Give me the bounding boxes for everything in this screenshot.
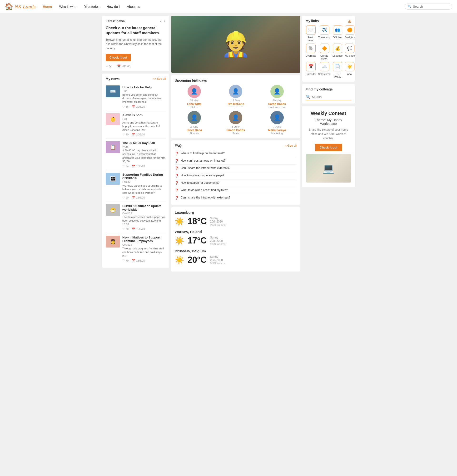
birthday-name[interactable]: Maria Sarayo [258,128,296,132]
add-link-button[interactable]: ⊕ [348,19,351,24]
nav-how-do-i[interactable]: How do I [107,5,120,8]
link-icon: 💬 [345,43,355,53]
link-label: Resto menu [306,36,316,42]
link-item[interactable]: ✈️ Travel app [318,25,331,42]
link-item[interactable]: 🟠 Analytics [344,25,355,42]
list-item[interactable]: ❓ Can I share the intranet with external… [175,165,296,172]
nav-search-bar[interactable]: 🔍 [405,4,452,9]
contest-check-button[interactable]: Check it out [315,144,342,151]
birthday-name[interactable]: Tim McCane [216,102,255,106]
faq-icon: ❓ [175,166,179,170]
birthday-name[interactable]: Steve Dana [175,128,214,132]
news-item-date: 📅 18/6/20 [132,165,145,168]
weather-condition: Sunny [210,255,226,258]
faq-see-all[interactable]: >>See all [284,144,296,147]
birthdays-grid: 👤 15 May Lana Witte Sales 👤 17 May Tim M… [175,85,296,135]
birthday-date: 7 June [258,125,296,128]
nav-about-us[interactable]: About us [127,5,140,8]
nav-home[interactable]: Home [43,5,52,8]
link-label: Aha! [347,73,353,76]
faq-icon: ❓ [175,159,179,163]
news-item-likes: ♡ 24 [122,165,128,168]
birthday-avatar: 👤 [271,111,284,124]
search-input[interactable] [413,5,451,8]
link-item[interactable]: 📅 Calendar [306,62,316,78]
find-colleague-title: Find my colleage [306,87,351,91]
weather-temp: 18°C [187,216,207,226]
birthday-avatar: 👤 [271,85,284,98]
heart-icon: ♡ [122,228,125,231]
link-item[interactable]: 💰 Expense [332,43,343,60]
featured-likes: ♡ 56 [106,65,112,68]
link-item[interactable]: 🔶 Create ticket [318,43,331,60]
nav-directories[interactable]: Directories [84,5,100,8]
link-label: Travel app [318,36,331,39]
news-next-button[interactable]: › [163,19,166,23]
link-item[interactable]: ☁️ Salesforce [318,62,331,78]
news-item-title[interactable]: New Initiatives to Support Frontline Emp… [122,236,166,243]
news-item-category: Work [122,145,166,148]
weather-date: 20/6/2020 [210,239,226,243]
colleague-search-bar[interactable]: 🔍 [306,94,351,100]
weather-city: Warsaw, Poland [175,230,296,234]
colleague-search-input[interactable] [312,95,351,99]
weather-details: Sunny 20/6/2020 MSN Weather [210,255,226,265]
news-item-title[interactable]: The 30-60-90 Day Plan [122,141,166,145]
link-item[interactable]: 🍽️ Resto menu [306,25,316,42]
list-item: 👩 New Initiatives to Support Frontline E… [106,233,166,264]
link-item[interactable]: 💬 My page [344,43,355,60]
birthday-date: 2 June [175,125,214,128]
birthday-dept: Finance [175,132,214,135]
link-item[interactable]: 👥 Officient [332,25,343,42]
list-item: ⌨️ How to Ask for Help Tips Before you g… [106,83,166,111]
check-it-out-button[interactable]: Check it out [106,54,131,61]
birthday-name[interactable]: Sarah Hobbs [258,102,296,106]
link-item[interactable]: 📄 HR Policy [332,62,343,78]
news-item-title[interactable]: Supporting Families During COVID-19 [122,173,166,180]
news-item-content: COVID-19 situation update worldwide Covi… [122,204,166,231]
heart-icon: ♡ [122,165,125,168]
my-news-title: My news [106,77,119,81]
weather-location: Brussels, Belgium ☀️ 20°C Sunny 20/6/202… [175,249,296,265]
news-item-title[interactable]: How to Ask for Help [122,85,166,89]
weather-location: Luxemburg ☀️ 18°C Sunny 20/6/2020 MSN We… [175,210,296,226]
news-item-title[interactable]: Alexis is born [122,113,166,117]
news-item-category: Covid19 [122,243,166,246]
list-item[interactable]: ❓ How can i post a news on Intranet? [175,157,296,165]
faq-question: Can I share the intranet with externals? [181,196,230,199]
link-item[interactable]: 🐘 Evernote [306,43,316,60]
link-icon: 🟠 [345,25,355,35]
birthday-avatar: 👤 [229,85,242,98]
heart-icon: ♡ [122,259,125,262]
links-grid: 🍽️ Resto menu ✈️ Travel app 👥 Officient … [306,25,351,78]
list-item[interactable]: ❓ How to search for documents? [175,179,296,187]
logo[interactable]: 🏠 NK Lands [5,3,36,10]
featured-likes-count: 56 [109,65,112,68]
news-thumb: 📋 [106,141,120,153]
nav-who-is-who[interactable]: Who is who [59,5,76,8]
news-item-category: Fun [122,117,166,120]
my-news-see-all[interactable]: >> See all [153,77,166,80]
link-label: Evernote [306,54,316,57]
weather-row: ☀️ 17°C Sunny 20/6/2020 MSN Weather [175,236,296,246]
link-label: Calendar [306,73,316,76]
birthday-avatar: 👤 [187,111,201,124]
list-item: 📋 The 30-60-90 Day Plan Work A 30-60-90 … [106,139,166,170]
weather-row: ☀️ 20°C Sunny 20/6/2020 MSN Weather [175,255,296,265]
list-item[interactable]: ❓ Can I share the intranet with external… [175,194,296,201]
featured-news-title: Latest news [106,19,125,23]
birthday-card: 👤 5 June Simon Cobbs Sales [216,111,255,135]
birthday-name[interactable]: Lana Witte [175,102,214,106]
list-item[interactable]: ❓ Where to find help on the Intranet? [175,150,296,157]
link-icon: ☁️ [320,62,329,71]
list-item[interactable]: ❓ What to do when I can't find my files? [175,187,296,194]
link-item[interactable]: ☀️ Aha! [344,62,355,78]
faq-title: FAQ [175,144,182,148]
link-icon: ✈️ [320,25,329,35]
birthday-name[interactable]: Simon Cobbs [216,128,255,132]
news-item-title[interactable]: COVID-19 situation update worldwide [122,204,166,211]
link-label: My page [345,54,355,57]
featured-news-headline: Check out the latest general updates for… [106,26,166,36]
news-prev-button[interactable]: ‹ [160,19,162,23]
list-item[interactable]: ❓ How to update my personal page? [175,172,296,179]
